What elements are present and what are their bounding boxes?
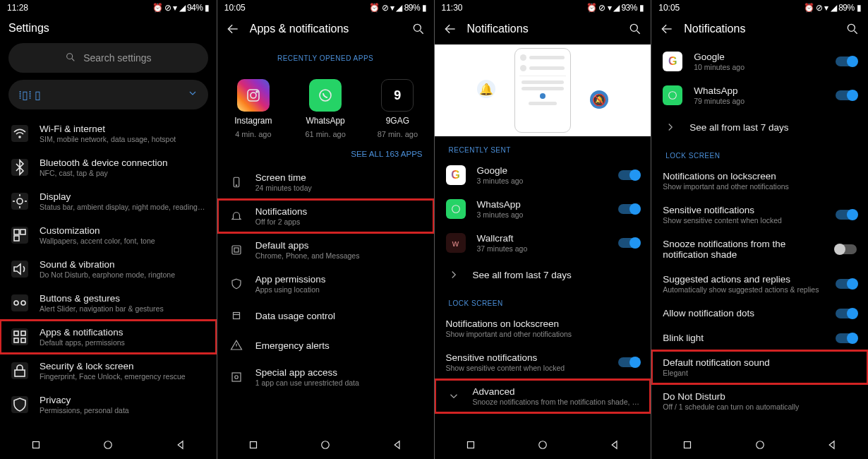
sound-icon [11,261,28,278]
svg-point-23 [414,24,421,31]
item-app-permissions[interactable]: App permissionsApps using location [217,267,434,301]
toggle-blink[interactable] [836,333,857,343]
svg-rect-14 [14,331,18,335]
recent-app-whatsapp[interactable]: WhatsApp 61 min. ago [294,79,357,138]
svg-point-30 [236,185,237,186]
svg-marker-55 [829,441,834,449]
noti-whatsapp[interactable]: WhatsApp3 minutes ago [435,192,651,226]
svg-rect-33 [233,313,239,319]
toggle-wallcraft[interactable] [618,238,639,248]
special-access-icon [229,369,244,385]
status-time: 11:28 [7,3,28,13]
nav-home[interactable] [102,439,114,454]
whatsapp-icon [309,79,342,112]
nav-recent[interactable] [30,439,42,454]
item-notifications[interactable]: NotificationsOff for 2 apps [217,199,434,233]
item-data-usage[interactable]: Data usage control [217,301,434,330]
item-default-apps[interactable]: Default appsChrome, Phone, and Messages [217,233,434,267]
nav-bar [0,434,217,459]
item-security[interactable]: Security & lock screenFingerprint, Face … [0,354,217,388]
nav-home[interactable] [754,439,766,454]
svg-rect-9 [20,230,25,234]
nav-back[interactable] [826,439,838,454]
chevron-down-icon [187,88,198,102]
recent-app-9gag[interactable]: 9 9GAG 87 min. ago [366,79,429,138]
svg-rect-32 [234,248,239,252]
nav-recent[interactable] [681,439,694,454]
toggle-whatsapp[interactable] [618,204,639,214]
item-bluetooth[interactable]: Bluetooth & device connectionNFC, cast, … [0,150,217,184]
item-suggested[interactable]: Suggested actions and repliesAutomatical… [651,267,868,301]
item-special-access[interactable]: Special app access1 app can use unrestri… [217,360,434,394]
nav-recent[interactable] [247,439,260,454]
search-input[interactable]: Search settings [8,43,208,73]
nav-back[interactable] [174,439,187,454]
search-icon[interactable] [628,22,642,36]
toggle-google[interactable] [618,170,639,180]
toggle-snooze[interactable] [836,244,857,254]
item-screen-time[interactable]: Screen time24 minutes today [217,165,434,199]
item-privacy[interactable]: PrivacyPermissions, personal data [0,388,217,422]
svg-point-43 [631,24,638,31]
noti-whatsapp[interactable]: WhatsApp79 minutes ago [651,78,868,112]
item-notification-dots[interactable]: Allow notification dots [651,301,868,326]
back-button[interactable] [660,22,674,36]
nav-back[interactable] [391,439,404,454]
back-button[interactable] [226,22,240,36]
toggle-suggested[interactable] [836,279,857,289]
hero-illustration: 🔔 🔕 [435,44,651,136]
toggle-google[interactable] [836,56,857,66]
svg-point-3 [17,198,23,204]
status-bar: 10:05 ⏰ ⊘ ▾ ◢ 89% ▮ [651,0,868,15]
nav-home[interactable] [319,439,332,454]
item-default-sound[interactable]: Default notification soundElegant [651,350,868,384]
nav-back[interactable] [608,439,621,454]
search-icon[interactable] [411,22,426,36]
alert-icon [229,338,244,353]
item-lockscreen-notifications[interactable]: Notifications on lockscreenShow importan… [651,164,868,198]
item-sensitive-notifications[interactable]: Sensitive notificationsShow sensitive co… [435,345,651,379]
page-title-row: Apps & notifications [217,15,434,44]
item-customization[interactable]: CustomizationWallpapers, accent color, f… [0,218,217,252]
nav-home[interactable] [536,439,549,454]
recent-app-instagram[interactable]: Instagram 4 min. ago [222,79,285,138]
item-emergency-alerts[interactable]: Emergency alerts [217,330,434,360]
item-lockscreen-notifications[interactable]: Notifications on lockscreenShow importan… [435,311,651,345]
toggle-sensitive[interactable] [618,357,639,367]
item-apps-notifications[interactable]: Apps & notificationsDefault apps, permis… [0,320,217,354]
item-display[interactable]: DisplayStatus bar, ambient display, nigh… [0,184,217,218]
svg-point-13 [21,301,25,305]
toggle-whatsapp[interactable] [836,90,857,100]
noti-google[interactable]: G Google3 minutes ago [435,158,651,192]
item-advanced[interactable]: AdvancedSnooze notifications from the no… [435,379,651,413]
toggle-dots[interactable] [836,309,857,318]
vibrate-mode-row[interactable]: ⁞▯⁞ ▯ [8,80,208,109]
toggle-sensitive[interactable] [836,210,857,220]
search-icon[interactable] [845,22,860,36]
customization-icon [11,227,28,244]
svg-line-24 [420,31,423,34]
item-buttons[interactable]: Buttons & gesturesAlert Slider, navigati… [0,286,217,320]
item-dnd[interactable]: Do Not DisturbOff / 1 schedule can turn … [651,384,868,418]
nav-recent[interactable] [464,439,477,454]
item-sensitive-notifications[interactable]: Sensitive notificationsShow sensitive co… [651,198,868,232]
panel-apps-notifications: 10:05 ⏰ ⊘ ▾ ◢ 89% ▮ Apps & notifications… [217,0,434,459]
item-sound[interactable]: Sound & vibrationDo Not Disturb, earphon… [0,252,217,286]
noti-wallcraft[interactable]: w Wallcraft37 minutes ago [435,226,651,260]
svg-rect-18 [15,370,25,376]
settings-list: Wi-Fi & internetSIM, mobile network, dat… [0,117,217,422]
see-all-link[interactable]: See all from last 7 days [651,112,868,142]
page-title: Apps & notifications [250,23,402,35]
svg-point-50 [848,24,855,31]
item-wifi[interactable]: Wi-Fi & internetSIM, mobile network, dat… [0,117,217,150]
item-snooze[interactable]: Snooze notifications from the notificati… [651,232,868,267]
svg-rect-31 [232,246,241,254]
svg-marker-41 [395,441,400,449]
back-button[interactable] [443,22,457,36]
ninegag-icon: 9 [381,79,414,112]
see-all-link[interactable]: See all from last 7 days [435,260,651,290]
status-bar: 10:05 ⏰ ⊘ ▾ ◢ 89% ▮ [217,0,434,15]
noti-google[interactable]: G Google10 minutes ago [651,44,868,78]
item-blink-light[interactable]: Blink light [651,326,868,350]
see-all-apps-link[interactable]: SEE ALL 163 APPS [217,143,434,165]
